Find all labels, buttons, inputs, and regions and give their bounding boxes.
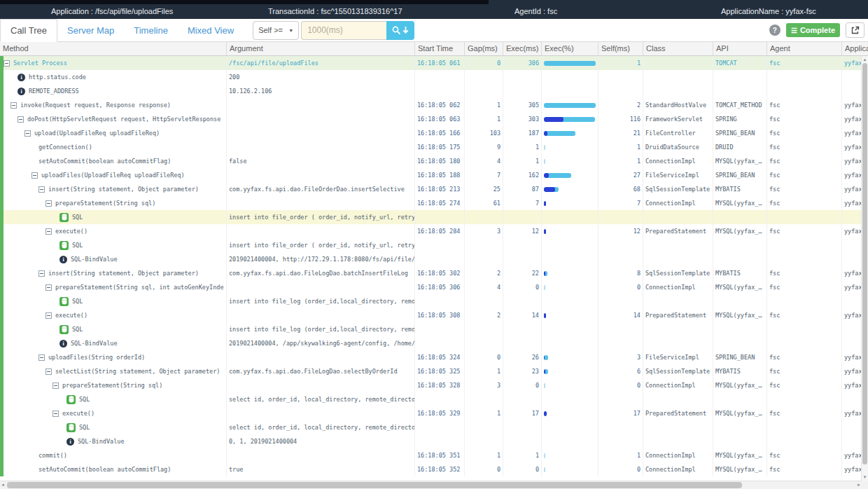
call-tree-row[interactable]: i SQL-BindValue 2019021400004, /app/skyw… bbox=[0, 336, 868, 350]
tab-server-map[interactable]: Server Map bbox=[67, 25, 114, 36]
open-in-new-window-button[interactable] bbox=[846, 22, 864, 38]
collapse-icon[interactable] bbox=[38, 270, 45, 277]
call-tree-row[interactable]: i selectList(String statement, Object pa… bbox=[0, 364, 868, 378]
collapse-icon[interactable] bbox=[46, 228, 52, 235]
call-tree-row[interactable]: i invoke(Request request, Response respo… bbox=[0, 98, 868, 112]
call-tree-row[interactable]: i SQL select id, order_id, local_directo… bbox=[0, 420, 868, 434]
call-tree-row[interactable]: i execute() 16:18:05 308 2 14 14 Prepare… bbox=[0, 308, 868, 322]
call-tree-row[interactable]: i execute() 16:18:05 329 1 17 17 Prepare… bbox=[0, 406, 868, 420]
vertical-scrollbar[interactable]: ▲ ▼ bbox=[861, 56, 868, 481]
call-tree-row[interactable]: i uploadFiles(UploadFileReq uploadFileRe… bbox=[0, 168, 868, 182]
call-tree-row[interactable]: i insert(String statement, Object parame… bbox=[0, 266, 868, 280]
method-cell: i prepareStatement(String sql) bbox=[0, 196, 227, 210]
class-cell bbox=[643, 84, 713, 98]
gap-cell: 3 bbox=[465, 224, 503, 238]
call-tree-row[interactable]: i getConnection() 16:18:05 175 9 1 1 Dru… bbox=[0, 140, 868, 154]
exec-percent-cell bbox=[542, 252, 598, 266]
collapse-icon[interactable] bbox=[46, 312, 52, 319]
gap-cell bbox=[465, 322, 503, 336]
filter-type-select[interactable]: Self >= ▼ bbox=[253, 21, 299, 40]
call-tree-header: Method Argument Start Time Gap(ms) Exec(… bbox=[0, 42, 868, 56]
call-tree-row[interactable]: i SQL insert into file_log (order_id,loc… bbox=[0, 294, 868, 308]
start-time-cell: 16:18:05 329 bbox=[415, 406, 465, 420]
scroll-down-icon[interactable]: ▼ bbox=[862, 474, 868, 481]
argument-cell: insert into file_order ( order_id, notif… bbox=[227, 210, 415, 224]
call-tree-row[interactable]: i SQL select id, order_id, local_directo… bbox=[0, 392, 868, 406]
call-tree-row[interactable]: i commit() 16:18:05 351 1 1 1 Connection… bbox=[0, 448, 868, 462]
self-cell bbox=[598, 70, 643, 84]
call-tree-row[interactable]: i prepareStatement(String sql) 16:18:05 … bbox=[0, 378, 868, 392]
exec-percent-cell bbox=[542, 406, 598, 420]
call-tree-row[interactable]: i http.status.code 200 bbox=[0, 70, 868, 84]
column-argument: Argument bbox=[227, 42, 415, 55]
horizontal-scrollbar-thumb[interactable] bbox=[7, 482, 742, 488]
tab-mixed-view[interactable]: Mixed View bbox=[188, 25, 234, 36]
collapse-icon[interactable] bbox=[52, 411, 59, 417]
argument-cell: 2019021400004, http://172.29.1.178:8080/… bbox=[227, 252, 415, 266]
call-tree-row[interactable]: i SQL-BindValue 0, 1, 2019021400004 bbox=[0, 434, 868, 448]
call-tree-row[interactable]: i SQL insert into file_order ( order_id,… bbox=[0, 210, 868, 224]
call-tree-row[interactable]: i prepareStatement(String sql, int autoG… bbox=[0, 280, 868, 294]
call-tree-row[interactable]: i execute() 16:18:05 284 3 12 12 Prepare… bbox=[0, 224, 868, 238]
filter-threshold-input[interactable] bbox=[301, 21, 386, 40]
method-cell: i invoke(Request request, Response respo… bbox=[0, 98, 227, 112]
call-tree-row[interactable]: i setAutoCommit(boolean autoCommitFlag) … bbox=[0, 154, 868, 168]
class-cell: ConnectionImpl bbox=[643, 196, 713, 210]
exec-cell: 0 bbox=[503, 378, 542, 392]
start-time-cell bbox=[415, 322, 465, 336]
call-tree-row[interactable]: i SQL insert into file_log (order_id,loc… bbox=[0, 322, 868, 336]
collapse-icon[interactable] bbox=[38, 354, 45, 361]
api-cell: TOMCAT_METHOD bbox=[713, 98, 767, 112]
call-tree-row[interactable]: i SQL-BindValue 2019021400004, http://17… bbox=[0, 252, 868, 266]
collapse-icon[interactable] bbox=[10, 102, 17, 109]
scroll-left-icon[interactable]: ◄ bbox=[0, 481, 6, 489]
exec-bar bbox=[544, 411, 547, 416]
call-tree-row[interactable]: i SQL insert into file_order ( order_id,… bbox=[0, 238, 868, 252]
call-tree-row[interactable]: i prepareStatement(String sql) 16:18:05 … bbox=[0, 196, 868, 210]
api-cell: MYBATIS bbox=[713, 364, 767, 378]
call-tree-row[interactable]: i Servlet Process /fsc/api/file/uploadFi… bbox=[0, 56, 868, 70]
method-name: execute() bbox=[55, 224, 88, 238]
tab-call-tree[interactable]: Call Tree bbox=[0, 19, 57, 42]
collapse-icon[interactable] bbox=[24, 130, 31, 137]
method-cell: i SQL bbox=[0, 238, 227, 252]
method-cell: i SQL bbox=[0, 392, 227, 406]
api-cell: SPRING_BEAN bbox=[713, 168, 767, 182]
agent-cell: fsc bbox=[767, 378, 842, 392]
help-icon[interactable]: ? bbox=[769, 25, 780, 36]
complete-status-button[interactable]: ☰ Complete bbox=[786, 23, 840, 37]
self-time-bar bbox=[544, 131, 547, 136]
call-tree-row[interactable]: i doPost(HttpServletRequest request, Htt… bbox=[0, 112, 868, 126]
call-tree-row[interactable]: i uploadFiles(String orderId) 16:18:05 3… bbox=[0, 350, 868, 364]
call-tree-row[interactable]: i REMOTE_ADDRESS 10.126.2.106 bbox=[0, 84, 868, 98]
gap-cell: 61 bbox=[465, 196, 503, 210]
column-gap: Gap(ms) bbox=[465, 42, 503, 55]
collapse-icon[interactable] bbox=[46, 284, 52, 291]
method-cell: i execute() bbox=[0, 406, 227, 420]
filter-type-value: Self >= bbox=[258, 26, 283, 34]
gap-cell bbox=[465, 210, 503, 224]
search-button[interactable] bbox=[386, 21, 414, 40]
call-tree-row[interactable]: i upload(UploadFileReq uploadFileReq) 16… bbox=[0, 126, 868, 140]
call-tree-row[interactable]: i setAutoCommit(boolean autoCommitFlag) … bbox=[0, 462, 868, 476]
collapse-icon[interactable] bbox=[46, 200, 52, 207]
horizontal-scrollbar[interactable]: ◄ ► bbox=[0, 481, 862, 489]
exec-bar bbox=[544, 159, 545, 164]
collapse-icon[interactable] bbox=[4, 60, 10, 67]
tab-timeline[interactable]: Timeline bbox=[134, 25, 168, 36]
api-cell: SPRING_BEAN bbox=[713, 126, 767, 140]
start-time-cell: 16:18:05 188 bbox=[415, 168, 465, 182]
scroll-up-icon[interactable]: ▲ bbox=[862, 57, 868, 63]
scroll-right-icon[interactable]: ► bbox=[856, 481, 862, 489]
call-tree-row[interactable]: i insert(String statement, Object parame… bbox=[0, 182, 868, 196]
method-name: prepareStatement(String sql) bbox=[62, 378, 162, 392]
exec-cell bbox=[503, 336, 542, 350]
collapse-icon[interactable] bbox=[46, 369, 52, 375]
collapse-icon[interactable] bbox=[38, 186, 45, 193]
vertical-scrollbar-thumb[interactable] bbox=[862, 63, 867, 464]
collapse-icon[interactable] bbox=[18, 116, 24, 123]
collapse-icon[interactable] bbox=[52, 383, 59, 389]
exec-bar bbox=[544, 355, 548, 360]
exec-cell: 162 bbox=[503, 168, 542, 182]
collapse-icon[interactable] bbox=[31, 172, 38, 179]
